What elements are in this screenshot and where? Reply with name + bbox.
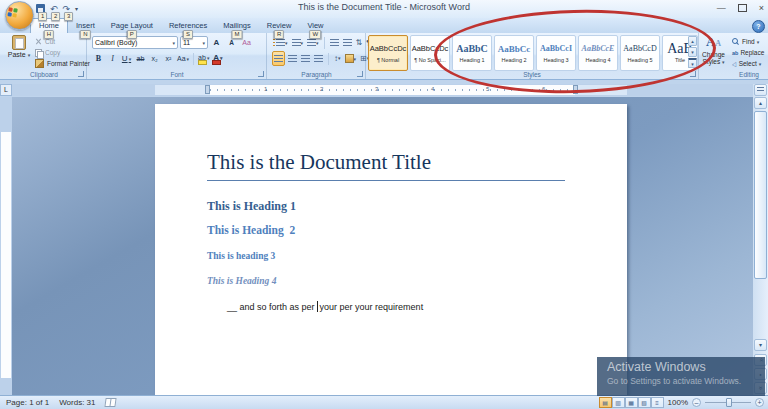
align-left-button[interactable] xyxy=(272,51,285,66)
subscript-button[interactable]: x₂ xyxy=(148,52,161,65)
style-normal[interactable]: AaBbCcDc ¶ Normal xyxy=(368,35,408,71)
strikethrough-button[interactable]: ab xyxy=(134,52,147,65)
scrollbar-thumb[interactable] xyxy=(754,111,767,279)
keytip-view: W xyxy=(310,30,322,39)
font-size-dropdown-icon: ▾ xyxy=(202,40,205,46)
minimize-button[interactable]: — xyxy=(717,3,726,13)
align-center-button[interactable] xyxy=(287,52,298,65)
grow-font-button[interactable]: A xyxy=(210,36,223,49)
zoom-slider-thumb[interactable] xyxy=(726,398,732,407)
document-heading-1[interactable]: This is Heading 1 xyxy=(207,199,296,214)
zoom-level[interactable]: 100% xyxy=(668,398,688,407)
tab-insert[interactable]: Insert N xyxy=(68,18,103,33)
watermark-line2: Go to Settings to activate Windows. xyxy=(607,376,765,386)
decrease-indent-button[interactable] xyxy=(329,36,340,49)
document-heading-3[interactable]: This is heading 3 xyxy=(207,251,275,261)
outline-view-button[interactable]: ▧ xyxy=(638,397,651,408)
tab-view[interactable]: View W xyxy=(299,18,331,33)
page-count[interactable]: Page: 1 of 1 xyxy=(6,398,49,407)
italic-button[interactable]: I xyxy=(106,52,119,65)
align-right-button[interactable] xyxy=(300,52,311,65)
tab-page-layout[interactable]: Page Layout P xyxy=(103,18,161,33)
replace-button[interactable]: ab Replace xyxy=(732,47,764,58)
justify-button[interactable] xyxy=(313,52,324,65)
tab-home[interactable]: Home H xyxy=(30,18,68,33)
font-dialog-launcher-icon[interactable] xyxy=(258,71,264,77)
ruler-number: 4 xyxy=(431,86,434,92)
zoom-slider[interactable] xyxy=(705,398,751,407)
document-heading-2[interactable]: This is Heading 2 xyxy=(207,224,295,236)
tab-mailings[interactable]: Mailings M xyxy=(215,18,259,33)
keytip-home: H xyxy=(44,30,54,39)
vertical-ruler[interactable] xyxy=(0,97,12,396)
draft-view-button[interactable]: ≡ xyxy=(651,397,664,408)
tab-selector-button[interactable]: L xyxy=(0,84,12,96)
ruler-number: 2 xyxy=(320,86,323,92)
group-paragraph: ▾ ▾ ▾ ⇅ ¶ ↕▾ ▾ ⊞▾ Paragraph xyxy=(268,33,366,79)
find-icon xyxy=(732,38,740,46)
underline-button[interactable]: U ▾ xyxy=(120,52,133,65)
word-count[interactable]: Words: 31 xyxy=(59,398,95,407)
document-body-text[interactable]: __ and so forth as peryour per your requ… xyxy=(207,291,423,322)
proofing-status-icon[interactable] xyxy=(105,398,117,407)
highlight-color-bar xyxy=(198,60,207,65)
change-case-button[interactable]: Aa ▾ xyxy=(176,52,190,65)
tab-references[interactable]: References S xyxy=(161,18,215,33)
sort-button[interactable]: ⇅ xyxy=(355,36,364,49)
increase-indent-icon xyxy=(343,39,352,46)
format-painter-button[interactable]: Format Painter xyxy=(35,58,90,69)
document-title-text[interactable]: This is the Document Title xyxy=(207,150,565,181)
paragraph-dialog-launcher-icon[interactable] xyxy=(357,71,363,77)
font-group-label: Font xyxy=(88,70,266,79)
numbering-button[interactable]: ▾ xyxy=(291,36,305,49)
multilevel-list-icon xyxy=(307,39,316,46)
cut-icon xyxy=(35,38,42,45)
print-layout-view-button[interactable]: ▤ xyxy=(599,397,612,408)
web-layout-view-button[interactable]: ▦ xyxy=(625,397,638,408)
zoom-out-button[interactable]: – xyxy=(692,398,701,407)
copy-icon xyxy=(35,49,42,57)
select-button[interactable]: ▷ Select ▾ xyxy=(732,58,764,69)
group-editing: Find ▾ ab Replace ▷ Select ▾ Editing xyxy=(730,33,768,79)
keytip-insert: N xyxy=(80,30,90,39)
paragraph-group-label: Paragraph xyxy=(268,70,365,79)
keytip-redo: 3 xyxy=(64,12,73,21)
find-button[interactable]: Find ▾ xyxy=(732,36,764,47)
ruler-toggle-button[interactable] xyxy=(754,84,767,96)
text-highlight-button[interactable]: ab ▾ xyxy=(197,51,210,66)
help-button[interactable]: ? xyxy=(752,20,765,33)
left-indent-marker[interactable] xyxy=(205,85,210,94)
paste-button[interactable]: Paste ▾ xyxy=(5,35,33,70)
keytip-review: R xyxy=(274,30,284,39)
clipboard-group-label: Clipboard xyxy=(2,70,86,79)
clipboard-dialog-launcher-icon[interactable] xyxy=(78,71,84,77)
document-heading-4[interactable]: This is Heading 4 xyxy=(207,276,276,286)
qat-more-icon[interactable]: ▾ xyxy=(75,5,78,12)
office-logo-icon xyxy=(7,7,19,19)
ruler-number: 3 xyxy=(375,86,378,92)
copy-button[interactable]: Copy xyxy=(35,47,90,58)
watermark-line1: Activate Windows xyxy=(607,360,765,374)
line-spacing-button[interactable]: ↕▾ xyxy=(333,52,342,65)
maximize-button[interactable] xyxy=(738,4,747,12)
increase-indent-button[interactable] xyxy=(342,36,353,49)
bold-button[interactable]: B xyxy=(92,52,105,65)
superscript-button[interactable]: x² xyxy=(162,52,175,65)
fullscreen-reading-view-button[interactable]: ▥ xyxy=(612,397,625,408)
editing-group-label: Editing xyxy=(730,70,768,79)
vertical-scrollbar[interactable]: ▴ ▾ « ● « xyxy=(753,84,768,396)
scroll-down-button[interactable]: ▾ xyxy=(754,339,767,351)
tab-review[interactable]: Review R xyxy=(259,18,300,33)
zoom-in-button[interactable]: + xyxy=(755,398,764,407)
align-center-icon xyxy=(288,55,297,62)
document-page[interactable]: This is the Document Title This is Headi… xyxy=(155,104,627,396)
keytip-page-layout: P xyxy=(127,30,137,39)
document-area: This is the Document Title This is Headi… xyxy=(12,97,753,396)
scroll-up-button[interactable]: ▴ xyxy=(754,97,767,109)
keytip-mailings: M xyxy=(232,30,243,39)
font-color-button[interactable]: A ▾ xyxy=(211,51,224,66)
status-bar: Page: 1 of 1 Words: 31 ▤ ▥ ▦ ▧ ≡ 100% – … xyxy=(0,395,768,409)
shading-button[interactable]: ▾ xyxy=(344,52,358,65)
close-button[interactable]: × xyxy=(759,3,764,13)
keytip-references: S xyxy=(183,30,193,39)
